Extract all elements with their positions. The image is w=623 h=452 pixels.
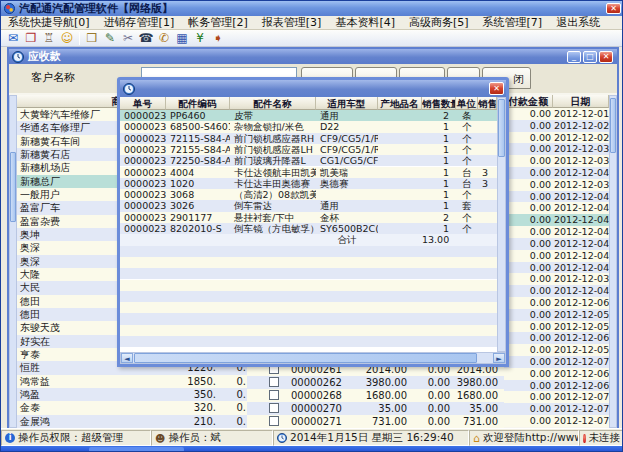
table-row[interactable]: 0.002012-12-03 17:03:4	[504, 155, 609, 167]
list-item[interactable]: 鸿常益1850.0.	[17, 375, 247, 388]
left-scroll-thumb[interactable]	[10, 152, 16, 222]
dialog-close-button[interactable]: ✕	[489, 82, 504, 95]
table-row[interactable]: 0.002012-12-03 00:00:0	[504, 179, 609, 191]
table-row[interactable]: 0.002012-12-07 15:09:3	[504, 415, 609, 427]
dialog-v-thumb[interactable]	[498, 99, 505, 157]
dialog-column-header-2[interactable]: 配件名称	[230, 97, 316, 110]
table-row[interactable]: 0.002012-12-04 11:41:2	[504, 202, 609, 214]
table-row[interactable]: 0000023072115-S84-A01前门锁机感应器RHCF9/CG5/1/…	[120, 133, 497, 144]
dialog-column-header-3[interactable]: 适用车型	[316, 97, 378, 110]
table-row[interactable]: 0000027035.000.0035.00	[247, 402, 504, 415]
row-checkbox[interactable]	[269, 390, 279, 400]
menu-item-5[interactable]: 高级商务[5]	[402, 16, 476, 29]
table-row[interactable]: 0.002012-12-04 00:00:0	[504, 285, 609, 297]
maximize-button[interactable]: □	[583, 51, 597, 63]
exit-icon[interactable]: ➧	[209, 31, 227, 46]
table-row[interactable]: 0.002012-12-01 12:35:1	[504, 108, 609, 120]
connection-text: 未连接	[589, 431, 621, 445]
total-quantity: 13.00	[422, 234, 456, 245]
call-icon[interactable]: ✆	[155, 31, 173, 46]
table-row[interactable]: 0.002012-12-04 14:07:2	[504, 214, 609, 226]
dialog-column-header-6[interactable]: 单位	[456, 97, 478, 110]
table-row[interactable]: 0.002012-12-05 00:00:0	[504, 344, 609, 356]
table-row[interactable]: 0000023068500-S4601杂物盒锁扣/米色D221个	[120, 121, 497, 132]
empty-row	[120, 291, 497, 302]
left-scrollbar[interactable]	[9, 95, 17, 428]
table-row[interactable]: 000002681680.000.001680.00	[247, 389, 504, 402]
row-checkbox[interactable]	[269, 416, 279, 426]
right-grid-header-amount[interactable]: 付款金额	[504, 95, 553, 108]
phone-icon[interactable]: ☎	[137, 31, 155, 46]
table-row[interactable]: 000002623980.000.003980.00	[247, 376, 504, 389]
table-row[interactable]: 0.002012-12-06 00:00:0	[504, 380, 609, 392]
taskbar-button[interactable]	[89, 447, 184, 452]
dialog-v-scrollbar[interactable]	[497, 97, 506, 352]
table-row[interactable]: 0.002012-12-07 12:42:0	[504, 391, 609, 403]
table-row[interactable]: 0.002012-12-04 00:00:0	[504, 262, 609, 274]
dialog-column-header-7[interactable]: 销售价	[478, 97, 497, 110]
table-row[interactable]: 0.002012-12-04 16:57:5	[504, 238, 609, 250]
scissors-icon[interactable]: ✂	[119, 31, 137, 46]
menu-item-1[interactable]: 进销存管理[1]	[97, 16, 182, 29]
menu-item-7[interactable]: 退出系统	[549, 16, 607, 29]
table-row[interactable]: 0.002012-12-04 17:06:0	[504, 250, 609, 262]
table-row[interactable]: 000002304004卡仕达领航丰田凯美瑞（8寸)凯美瑞1台3	[120, 167, 497, 178]
table-row[interactable]: 0.002012-12-04 09:27:0	[504, 167, 609, 179]
menu-item-6[interactable]: 系统管理[7]	[476, 16, 550, 29]
grid-icon[interactable]: ▦	[173, 31, 191, 46]
menu-item-4[interactable]: 基本资料[4]	[328, 16, 402, 29]
money-icon[interactable]: ¥	[191, 31, 209, 46]
table-row[interactable]: 000002303068（高清2）08款凯美瑞摄像头1个	[120, 189, 497, 200]
dialog-h-thumb[interactable]	[134, 353, 477, 363]
list-item[interactable]: 金泰320.0.	[17, 401, 247, 414]
table-row[interactable]: 00000230PP6460皮带通用2条	[120, 110, 497, 121]
dialog-column-header-4[interactable]: 产地品名	[378, 97, 422, 110]
table-row[interactable]: 0.002012-12-07 14:14:2	[504, 403, 609, 415]
list-item[interactable]: 金展鸿210.0.	[17, 415, 247, 428]
taskbar[interactable]	[1, 446, 623, 452]
table-row[interactable]: 0000023072155-S84-A11前门锁机感应器LHCF9/CG5/1/…	[120, 144, 497, 155]
table-row[interactable]: 0.002012-12-02 10:40:3	[504, 120, 609, 132]
right-scrollbar[interactable]	[609, 95, 617, 428]
table-row[interactable]: 0.002012-12-06 00:00:0	[504, 368, 609, 380]
table-row[interactable]: 0.002012-12-02 16:47:1	[504, 132, 609, 144]
table-row[interactable]: 0.002012-12-06 11:43:3	[504, 297, 609, 309]
bank-icon[interactable]: ♖	[40, 31, 58, 46]
table-row[interactable]: 000002301020卡仕达丰田奥德赛奥德赛1台3	[120, 178, 497, 189]
receivables-close-button[interactable]: ✕	[599, 51, 613, 63]
right-scroll-thumb[interactable]	[610, 98, 616, 153]
table-row[interactable]: 0000023072250-S84-A02前门玻璃升降器LCG1/CG5/CF1…	[120, 155, 497, 166]
notebook-icon[interactable]: ❒	[83, 31, 101, 46]
table-row[interactable]: 000002302901177悬挂衬套/下中金杯2个	[120, 212, 497, 223]
scroll-right-arrow[interactable]: ►	[493, 353, 505, 363]
table-row[interactable]: 0.002012-12-05 00:00:0	[504, 309, 609, 321]
dialog-column-header-5[interactable]: 销售数量	[422, 97, 456, 110]
table-row[interactable]: 0.002012-12-05 00:00:0	[504, 321, 609, 333]
row-checkbox[interactable]	[269, 403, 279, 413]
menu-item-2[interactable]: 帐务管理[2]	[181, 16, 255, 29]
table-row[interactable]: 000002308202010-S倒车镜（方电敏孚）LHSY6500B2C(S)…	[120, 223, 497, 234]
table-row[interactable]: 0.002012-12-04 13:23:0	[504, 226, 609, 238]
dialog-column-header-1[interactable]: 配件编码	[166, 97, 230, 110]
table-row[interactable]: 000002303026倒车雷达通用1套	[120, 200, 497, 211]
print-icon[interactable]: ❐	[22, 31, 40, 46]
table-row[interactable]: 0.002012-12-06 14:56:5	[504, 332, 609, 344]
row-checkbox[interactable]	[269, 377, 279, 387]
edit-icon[interactable]: ✎	[101, 31, 119, 46]
table-row[interactable]: 00000271731.000.00731.00	[247, 415, 504, 428]
table-row[interactable]: 0.002012-12-03 00:00:0	[504, 273, 609, 285]
app-close-button[interactable]: ✕	[606, 3, 621, 14]
menu-item-3[interactable]: 报表管理[3]	[255, 16, 329, 29]
mail-icon[interactable]: ✉	[4, 31, 22, 46]
smiley-icon[interactable]: ☺	[58, 31, 76, 46]
dialog-column-header-0[interactable]: 单号	[120, 97, 166, 110]
minimize-button[interactable]: _	[567, 51, 581, 63]
menu-item-0[interactable]: 系统快捷导航[0]	[1, 16, 97, 29]
scroll-left-arrow[interactable]: ◄	[121, 353, 133, 363]
right-grid-header-date[interactable]: 日期	[553, 95, 609, 108]
list-item[interactable]: 鸿盈350.0.	[17, 388, 247, 401]
dialog-h-scrollbar[interactable]: ◄ ►	[120, 352, 506, 364]
table-row[interactable]: 0.002012-12-03 11:56:5	[504, 143, 609, 155]
table-row[interactable]: 0.002012-12-07 10:08:0	[504, 356, 609, 368]
table-row[interactable]: 0.002012-12-04 11:04:1	[504, 191, 609, 203]
